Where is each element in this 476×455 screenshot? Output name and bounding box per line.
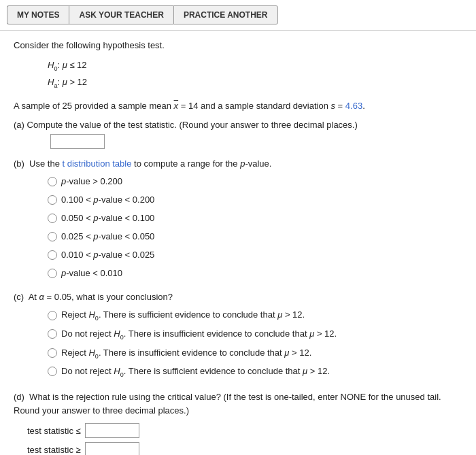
radio-item: Do not reject H0. There is sufficient ev… [48, 363, 462, 381]
radio-label-b1: p-value > 0.200 [61, 173, 122, 190]
main-content: Consider the following hypothesis test. … [0, 31, 476, 455]
hypothesis-block: H0: μ ≤ 12 Ha: μ > 12 [48, 57, 462, 91]
rejection-input-1[interactable] [85, 423, 139, 438]
radio-label-b6: p-value < 0.010 [61, 265, 122, 282]
radio-label-c4: Do not reject H0. There is sufficient ev… [61, 363, 330, 381]
radio-item: Do not reject H0. There is insufficient … [48, 325, 462, 343]
rejection-row-1: test statistic ≤ [27, 423, 462, 438]
radio-circle-b6[interactable] [48, 269, 57, 278]
part-a-label: (a) Compute the value of the test statis… [14, 120, 462, 130]
rejection-input-2[interactable] [85, 442, 139, 455]
radio-label-b5: 0.010 < p-value < 0.025 [61, 246, 154, 264]
radio-label-c1: Reject H0. There is sufficient evidence … [61, 306, 305, 324]
radio-label-b2: 0.100 < p-value < 0.200 [61, 191, 154, 209]
part-c-radio-group: Reject H0. There is sufficient evidence … [48, 306, 462, 380]
radio-circle-b4[interactable] [48, 232, 57, 241]
radio-circle-c1[interactable] [48, 311, 57, 320]
part-a-input[interactable] [50, 134, 105, 149]
radio-circle-c2[interactable] [48, 329, 57, 339]
radio-item: 0.025 < p-value < 0.050 [48, 228, 462, 246]
part-d: (d) What is the rejection rule using the… [14, 390, 462, 455]
radio-circle-c3[interactable] [48, 348, 57, 358]
rejection-row-1-label: test statistic ≤ [27, 426, 81, 436]
part-b: (b) Use the t distribution table to comp… [14, 158, 462, 282]
radio-item: Reject H0. There is sufficient evidence … [48, 306, 462, 324]
radio-item: 0.010 < p-value < 0.025 [48, 246, 462, 264]
practice-another-button[interactable]: PRACTICE ANOTHER [173, 5, 278, 24]
radio-circle-c4[interactable] [48, 367, 57, 376]
part-b-radio-group: p-value > 0.200 0.100 < p-value < 0.200 … [48, 173, 462, 282]
radio-item: 0.050 < p-value < 0.100 [48, 209, 462, 227]
my-notes-button[interactable]: MY NOTES [7, 5, 69, 24]
intro-text: Consider the following hypothesis test. [14, 40, 462, 50]
top-bar: MY NOTES ASK YOUR TEACHER PRACTICE ANOTH… [0, 0, 476, 31]
part-c-label: (c) At α = 0.05, what is your conclusion… [14, 292, 462, 302]
radio-item: Reject H0. There is insufficient evidenc… [48, 344, 462, 363]
radio-circle-b1[interactable] [48, 177, 57, 186]
rejection-rule-block: test statistic ≤ test statistic ≥ [27, 423, 462, 455]
radio-label-c3: Reject H0. There is insufficient evidenc… [61, 344, 311, 363]
radio-circle-b3[interactable] [48, 214, 57, 223]
ha-text: Ha: μ > 12 [48, 74, 462, 91]
rejection-row-2-label: test statistic ≥ [27, 445, 81, 455]
radio-circle-b2[interactable] [48, 195, 57, 205]
sample-info: A sample of 25 provided a sample mean x … [14, 99, 462, 114]
part-a: (a) Compute the value of the test statis… [14, 120, 462, 149]
part-d-label: (d) What is the rejection rule using the… [14, 390, 462, 418]
radio-item: p-value < 0.010 [48, 265, 462, 282]
ask-teacher-button[interactable]: ASK YOUR TEACHER [69, 5, 173, 24]
radio-label-c2: Do not reject H0. There is insufficient … [61, 325, 337, 343]
rejection-row-2: test statistic ≥ [27, 442, 462, 455]
radio-label-b4: 0.025 < p-value < 0.050 [61, 228, 154, 246]
radio-circle-b5[interactable] [48, 250, 57, 260]
part-b-label: (b) Use the t distribution table to comp… [14, 158, 462, 169]
h0-text: H0: μ ≤ 12 [48, 57, 462, 74]
t-distribution-link[interactable]: t distribution table [63, 158, 132, 169]
part-c: (c) At α = 0.05, what is your conclusion… [14, 292, 462, 380]
radio-item: 0.100 < p-value < 0.200 [48, 191, 462, 209]
radio-label-b3: 0.050 < p-value < 0.100 [61, 209, 154, 227]
radio-item: p-value > 0.200 [48, 173, 462, 190]
